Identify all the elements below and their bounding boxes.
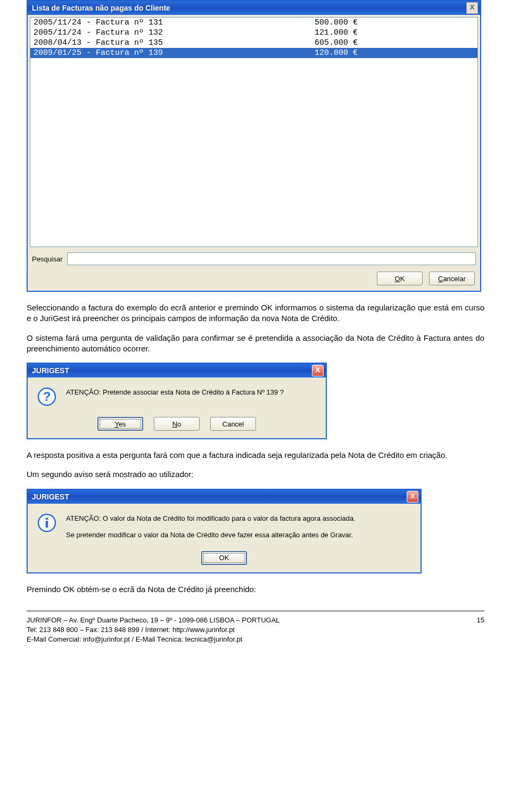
dialog-line2: Se pretender modificar o valor da Nota d… xyxy=(66,530,356,540)
titlebar: JURIGEST X xyxy=(28,364,326,378)
info-icon xyxy=(37,513,56,532)
dialog-body: ATENÇÃO: O valor da Nota de Crédito foi … xyxy=(28,504,421,572)
dialog-body: ? ATENÇÃO: Pretende associar esta Nota d… xyxy=(28,378,326,438)
info-dialog: JURIGEST X ATENÇÃO: O valor da Nota de C… xyxy=(27,489,422,573)
dialog-title: JURIGEST xyxy=(32,366,69,375)
dialog-line1: ATENÇÃO: O valor da Nota de Crédito foi … xyxy=(66,513,356,524)
invoice-list-window: Lista de Facturas não pagas do Cliente X… xyxy=(27,0,481,292)
dialog-message: ATENÇÃO: Pretende associar esta Nota de … xyxy=(66,387,284,398)
button-row: OK Cancelar xyxy=(28,268,480,291)
close-icon[interactable]: X xyxy=(312,365,324,376)
close-icon[interactable]: X xyxy=(407,491,418,503)
footer: JURINFOR – Av. Engº Duarte Pacheco, 19 –… xyxy=(27,616,484,645)
paragraph: Seleccionando a factura do exemplo do ec… xyxy=(27,302,484,324)
dialog-buttons: OK xyxy=(37,551,411,565)
search-row: Pesquisar xyxy=(28,249,480,268)
row-right: 500.000 € xyxy=(315,18,474,27)
dialog-buttons: Yes No Cancel xyxy=(37,417,316,431)
footer-line: E-Mail Comercial: info@jurinfor.pt / E-M… xyxy=(27,635,463,644)
ok-button[interactable]: OK xyxy=(201,551,247,565)
cancel-button[interactable]: Cancel xyxy=(210,417,256,431)
invoice-list[interactable]: 2005/11/24 - Factura nº 131 500.000 € 20… xyxy=(30,17,478,247)
row-right: 120.000 € xyxy=(315,48,474,58)
confirm-dialog: JURIGEST X ? ATENÇÃO: Pretende associar … xyxy=(27,363,327,439)
titlebar: Lista de Facturas não pagas do Cliente X xyxy=(28,1,480,15)
window-title: Lista de Facturas não pagas do Cliente xyxy=(32,4,170,12)
svg-rect-4 xyxy=(46,521,48,528)
row-right: 121.000 € xyxy=(315,28,474,37)
paragraph: A resposta positiva a esta pergunta fará… xyxy=(27,450,484,461)
question-icon: ? xyxy=(37,387,56,406)
paragraph: Premindo OK obtém-se o ecrã da Nota de C… xyxy=(27,584,484,595)
row-right: 605.000 € xyxy=(315,38,474,47)
no-button[interactable]: No xyxy=(154,417,200,431)
close-icon[interactable]: X xyxy=(466,2,478,14)
search-input[interactable] xyxy=(67,252,476,265)
footer-line: Tel: 213 848 800 – Fax: 213 848 899 / In… xyxy=(27,625,463,635)
dialog-message: ATENÇÃO: O valor da Nota de Crédito foi … xyxy=(66,513,356,540)
titlebar: JURIGEST X xyxy=(28,490,421,504)
row-left: 2009/01/25 - Factura nº 139 xyxy=(34,48,315,58)
row-left: 2005/11/24 - Factura nº 132 xyxy=(34,28,315,37)
search-label: Pesquisar xyxy=(32,255,63,263)
page-number: 15 xyxy=(463,616,484,645)
ok-button[interactable]: OK xyxy=(377,272,423,285)
svg-text:?: ? xyxy=(43,389,51,404)
row-left: 2008/04/13 - Factura nº 135 xyxy=(34,38,315,47)
paragraph: O sistema fará uma pergunta de validação… xyxy=(27,333,484,355)
list-item-selected[interactable]: 2009/01/25 - Factura nº 139 120.000 € xyxy=(30,48,477,58)
yes-button[interactable]: Yes xyxy=(97,417,143,431)
list-item[interactable]: 2005/11/24 - Factura nº 131 500.000 € xyxy=(30,18,477,28)
footer-line: JURINFOR – Av. Engº Duarte Pacheco, 19 –… xyxy=(27,616,463,625)
row-left: 2005/11/24 - Factura nº 131 xyxy=(34,18,315,27)
dialog-title: JURIGEST xyxy=(32,493,69,501)
list-item[interactable]: 2008/04/13 - Factura nº 135 605.000 € xyxy=(30,38,477,48)
footer-separator xyxy=(27,611,484,611)
svg-point-3 xyxy=(46,517,48,520)
list-item[interactable]: 2005/11/24 - Factura nº 132 121.000 € xyxy=(30,28,477,38)
cancel-button[interactable]: Cancelar xyxy=(429,272,475,285)
paragraph: Um segundo aviso será mostrado ao utiliz… xyxy=(27,469,484,480)
